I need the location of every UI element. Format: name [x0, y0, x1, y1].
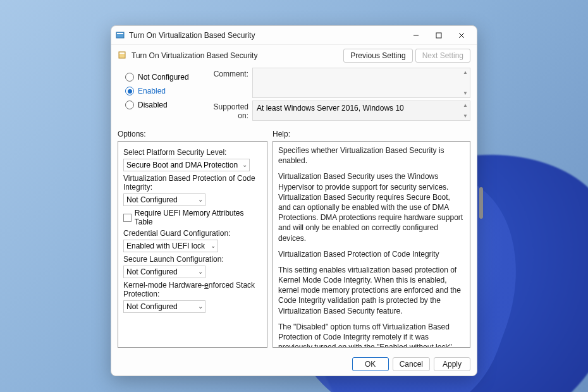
secure-launch-label: Secure Launch Configuration:: [123, 255, 262, 264]
chevron-down-icon: ⌄: [198, 196, 203, 203]
policy-title: Turn On Virtualization Based Security: [132, 51, 343, 60]
scroll-down-icon[interactable]: ▼: [462, 113, 469, 119]
scroll-up-icon[interactable]: ▲: [462, 102, 469, 108]
vbpci-combo[interactable]: Not Configured ⌄: [123, 193, 205, 206]
credential-guard-label: Credential Guard Configuration:: [123, 229, 262, 238]
options-section-label: Options:: [118, 130, 273, 138]
next-setting-button[interactable]: Next Setting: [415, 49, 470, 63]
scrollbar-thumb[interactable]: [479, 187, 483, 219]
supported-on-box: At least Windows Server 2016, Windows 10…: [252, 101, 470, 121]
help-text: Specifies whether Virtualization Based S…: [278, 145, 465, 348]
checkbox-label: Require UEFI Memory Attributes Table: [135, 209, 262, 226]
help-paragraph: Virtualization Based Security uses the W…: [278, 171, 465, 243]
combo-value: Secure Boot and DMA Protection: [126, 161, 238, 169]
help-paragraph: The "Disabled" option turns off Virtuali…: [278, 322, 465, 348]
maximize-button[interactable]: [427, 27, 450, 44]
radio-icon: [125, 101, 134, 109]
close-button[interactable]: [450, 27, 473, 44]
credential-guard-combo[interactable]: Enabled with UEFI lock ⌄: [123, 240, 218, 252]
vbpci-label: Virtualization Based Protection of Code …: [123, 174, 262, 192]
supported-on-label: Supported on:: [202, 101, 252, 120]
svg-rect-1: [117, 33, 123, 34]
radio-icon: [125, 87, 134, 95]
platform-security-level-combo[interactable]: Secure Boot and DMA Protection ⌄: [123, 159, 250, 171]
previous-setting-button[interactable]: Previous Setting: [343, 49, 412, 63]
titlebar: Turn On Virtualization Based Security: [111, 26, 477, 45]
combo-value: Not Configured: [126, 302, 178, 311]
kernel-stack-protection-combo[interactable]: Not Configured ⌄: [123, 300, 205, 313]
chevron-down-icon: ⌄: [242, 161, 247, 168]
cancel-button[interactable]: Cancel: [393, 357, 430, 371]
help-paragraph: This setting enables virtualization base…: [278, 265, 465, 316]
chevron-down-icon: ⌄: [198, 303, 203, 310]
combo-value: Not Configured: [126, 267, 178, 276]
apply-button[interactable]: Apply: [434, 357, 470, 371]
policy-icon: [118, 51, 128, 61]
radio-icon: [125, 73, 134, 82]
comment-textbox[interactable]: ▲ ▼: [252, 68, 470, 98]
svg-rect-7: [119, 52, 125, 54]
secure-launch-combo[interactable]: Not Configured ⌄: [123, 266, 205, 278]
help-paragraph: Virtualization Based Protection of Code …: [278, 249, 465, 259]
radio-not-configured[interactable]: Not Configured: [125, 70, 198, 84]
state-radio-group: Not Configured Enabled Disabled: [125, 68, 198, 123]
platform-security-level-label: Select Platform Security Level:: [123, 148, 262, 157]
chevron-down-icon: ⌄: [211, 242, 216, 249]
combo-value: Not Configured: [126, 195, 178, 204]
radio-label: Not Configured: [138, 73, 189, 82]
kernel-stack-protection-label: Kernel-mode Hardware-enforced Stack Prot…: [123, 281, 262, 298]
radio-disabled[interactable]: Disabled: [125, 98, 198, 112]
radio-label: Enabled: [138, 87, 166, 95]
ok-button[interactable]: OK: [352, 357, 389, 371]
window-icon: [115, 30, 125, 40]
dialog-footer: OK Cancel Apply: [111, 353, 477, 376]
checkbox-icon: [123, 214, 132, 222]
window-title: Turn On Virtualization Based Security: [129, 31, 405, 40]
subheader: Turn On Virtualization Based Security Pr…: [111, 45, 477, 66]
help-paragraph: Specifies whether Virtualization Based S…: [278, 145, 465, 166]
scroll-up-icon[interactable]: ▲: [462, 70, 469, 75]
help-section-label: Help:: [273, 130, 290, 138]
svg-rect-3: [436, 33, 441, 38]
minimize-button[interactable]: [405, 27, 427, 44]
policy-dialog-window: Turn On Virtualization Based Security Tu…: [111, 25, 477, 376]
combo-value: Enabled with UEFI lock: [126, 242, 205, 250]
uefi-attributes-checkbox[interactable]: Require UEFI Memory Attributes Table: [123, 209, 262, 226]
scroll-down-icon[interactable]: ▼: [462, 90, 469, 96]
comment-label: Comment:: [202, 68, 252, 78]
radio-label: Disabled: [138, 101, 168, 109]
radio-enabled[interactable]: Enabled: [125, 84, 198, 98]
supported-on-value: At least Windows Server 2016, Windows 10: [257, 104, 404, 113]
options-panel: Select Platform Security Level: Secure B…: [118, 141, 267, 348]
chevron-down-icon: ⌄: [198, 268, 203, 275]
help-panel: Specifies whether Virtualization Based S…: [273, 141, 470, 348]
